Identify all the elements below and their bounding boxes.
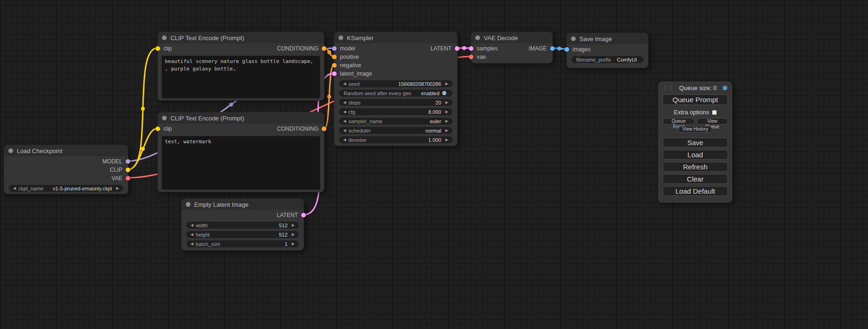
node-graph-canvas[interactable]: Load Checkpoint MODEL CLIP VAE ◀ ckpt_na… (0, 0, 868, 329)
input-dot-clip[interactable] (155, 126, 160, 131)
input-dot-model[interactable] (332, 46, 337, 51)
widget-name: cfg (348, 109, 355, 115)
link-midpoint-dot[interactable] (141, 147, 145, 151)
collapse-dot-icon[interactable] (339, 35, 343, 40)
decrement-arrow-icon[interactable]: ◀ (341, 99, 348, 106)
prev-arrow-icon[interactable]: ◀ (341, 118, 348, 125)
refresh-button[interactable]: Refresh (663, 162, 728, 172)
decrement-arrow-icon[interactable]: ◀ (341, 136, 348, 143)
save-button[interactable]: Save (663, 138, 728, 147)
node-title-bar[interactable]: CLIP Text Encode (Prompt) (158, 32, 324, 43)
output-dot-conditioning[interactable] (322, 46, 326, 51)
input-dot-positive[interactable] (332, 55, 337, 59)
increment-arrow-icon[interactable]: ▶ (443, 80, 451, 87)
load-button[interactable]: Load (663, 150, 728, 160)
node-title-bar[interactable]: KSampler (334, 32, 457, 43)
next-arrow-icon[interactable]: ▶ (443, 118, 451, 125)
input-dot-clip[interactable] (155, 46, 160, 51)
increment-arrow-icon[interactable]: ▶ (289, 240, 297, 247)
decrement-arrow-icon[interactable]: ◀ (188, 231, 196, 238)
output-dot-conditioning[interactable] (322, 126, 326, 131)
input-dot-negative[interactable] (332, 63, 337, 68)
widget-name: width (196, 223, 208, 228)
node-title-bar[interactable]: VAE Decode (471, 32, 552, 43)
increment-arrow-icon[interactable]: ▶ (443, 136, 451, 143)
queue-panel[interactable]: ⋮⋮ Queue size: 0 ✱ Queue Prompt Extra op… (658, 82, 732, 203)
prompt-textarea[interactable]: beautiful scenery nature glass bottle la… (162, 56, 320, 98)
next-arrow-icon[interactable]: ▶ (114, 185, 121, 192)
increment-arrow-icon[interactable]: ▶ (443, 99, 451, 106)
widget-random-seed-toggle[interactable]: Random seed after every gen enabled (339, 90, 452, 97)
input-dot-images[interactable] (565, 47, 569, 52)
input-dot-vae[interactable] (469, 55, 473, 59)
widget-steps[interactable]: ◀ steps 20 ▶ (339, 99, 452, 106)
extra-options-checkbox[interactable] (712, 110, 717, 115)
node-save-image[interactable]: Save Image images filename_prefix ComfyU… (566, 33, 649, 68)
drag-handle-icon[interactable]: ⋮⋮ (663, 85, 674, 91)
widget-cfg[interactable]: ◀ cfg 8.000 ▶ (339, 108, 452, 115)
widget-height[interactable]: ◀ height 512 ▶ (186, 231, 299, 238)
prompt-textarea[interactable]: text, watermark (162, 136, 320, 190)
node-title-bar[interactable]: Empty Latent Image (182, 199, 303, 210)
prev-arrow-icon[interactable]: ◀ (11, 185, 18, 192)
slot-label: MODEL (102, 158, 122, 165)
node-title-bar[interactable]: Save Image (567, 33, 648, 44)
node-empty-latent-image[interactable]: Empty Latent Image LATENT ◀ width 512 ▶ … (181, 198, 304, 251)
node-clip-text-encode-positive[interactable]: CLIP Text Encode (Prompt) clip CONDITION… (157, 32, 325, 101)
clear-button[interactable]: Clear (663, 174, 728, 184)
output-dot-image[interactable] (550, 46, 555, 51)
collapse-dot-icon[interactable] (475, 35, 480, 40)
link-midpoint-dot[interactable] (557, 47, 561, 50)
widget-sampler-name[interactable]: ◀ sampler_name euler ▶ (339, 118, 452, 125)
slot-label: negative (340, 62, 361, 69)
input-dot-samples[interactable] (469, 46, 473, 51)
node-title-bar[interactable]: CLIP Text Encode (Prompt) (158, 112, 324, 124)
settings-gear-icon[interactable]: ✱ (722, 84, 728, 91)
decrement-arrow-icon[interactable]: ◀ (188, 240, 196, 247)
widget-width[interactable]: ◀ width 512 ▶ (186, 222, 299, 229)
queue-front-button[interactable]: Queue Front (663, 118, 695, 125)
output-dot-latent[interactable] (455, 46, 459, 51)
view-history-button[interactable]: View History (678, 126, 712, 133)
load-default-button[interactable]: Load Default (663, 186, 728, 196)
widget-filename-prefix[interactable]: filename_prefix ComfyUI (572, 56, 643, 63)
decrement-arrow-icon[interactable]: ◀ (188, 222, 196, 229)
link-midpoint-dot[interactable] (462, 46, 466, 50)
node-clip-text-encode-negative[interactable]: CLIP Text Encode (Prompt) clip CONDITION… (157, 112, 325, 192)
widget-scheduler[interactable]: ◀ scheduler normal ▶ (339, 127, 452, 134)
link-midpoint-dot[interactable] (327, 50, 331, 54)
node-vae-decode[interactable]: VAE Decode samples IMAGE vae (471, 32, 553, 63)
node-title-bar[interactable]: Load Checkpoint (4, 145, 128, 156)
collapse-dot-icon[interactable] (571, 36, 576, 41)
increment-arrow-icon[interactable]: ▶ (443, 108, 451, 115)
widget-ckpt-name[interactable]: ◀ ckpt_name v1-5-pruned-emaonly.ckpt ▶ (9, 185, 123, 192)
collapse-dot-icon[interactable] (162, 35, 167, 40)
input-dot-latent-image[interactable] (332, 71, 337, 76)
decrement-arrow-icon[interactable]: ◀ (341, 108, 348, 115)
output-dot-clip[interactable] (126, 168, 130, 172)
collapse-dot-icon[interactable] (8, 148, 13, 153)
link-midpoint-dot[interactable] (141, 107, 145, 111)
collapse-dot-icon[interactable] (186, 202, 191, 207)
link-midpoint-dot[interactable] (229, 103, 233, 106)
collapse-dot-icon[interactable] (162, 116, 167, 120)
output-dot-model[interactable] (126, 159, 130, 164)
toggle-indicator-icon[interactable] (442, 91, 446, 95)
decrement-arrow-icon[interactable]: ◀ (341, 80, 348, 87)
view-queue-button[interactable]: View Queue (697, 118, 728, 125)
link-midpoint-dot[interactable] (327, 95, 331, 98)
increment-arrow-icon[interactable]: ▶ (289, 222, 297, 229)
slot-row: samples IMAGE (471, 44, 552, 53)
widget-seed[interactable]: ◀ seed 156680208700286 ▶ (339, 80, 452, 87)
output-dot-vae[interactable] (126, 176, 130, 181)
output-slot-image-label: IMAGE (529, 45, 547, 52)
widget-batch-size[interactable]: ◀ batch_size 1 ▶ (186, 240, 299, 247)
prev-arrow-icon[interactable]: ◀ (341, 127, 348, 134)
node-load-checkpoint[interactable]: Load Checkpoint MODEL CLIP VAE ◀ ckpt_na… (4, 145, 128, 194)
widget-denoise[interactable]: ◀ denoise 1.000 ▶ (339, 136, 452, 143)
increment-arrow-icon[interactable]: ▶ (289, 231, 297, 238)
output-dot-latent[interactable] (301, 213, 306, 217)
queue-prompt-button[interactable]: Queue Prompt (663, 94, 728, 105)
next-arrow-icon[interactable]: ▶ (443, 127, 451, 134)
node-ksampler[interactable]: KSampler model LATENT positive negative … (334, 32, 458, 146)
